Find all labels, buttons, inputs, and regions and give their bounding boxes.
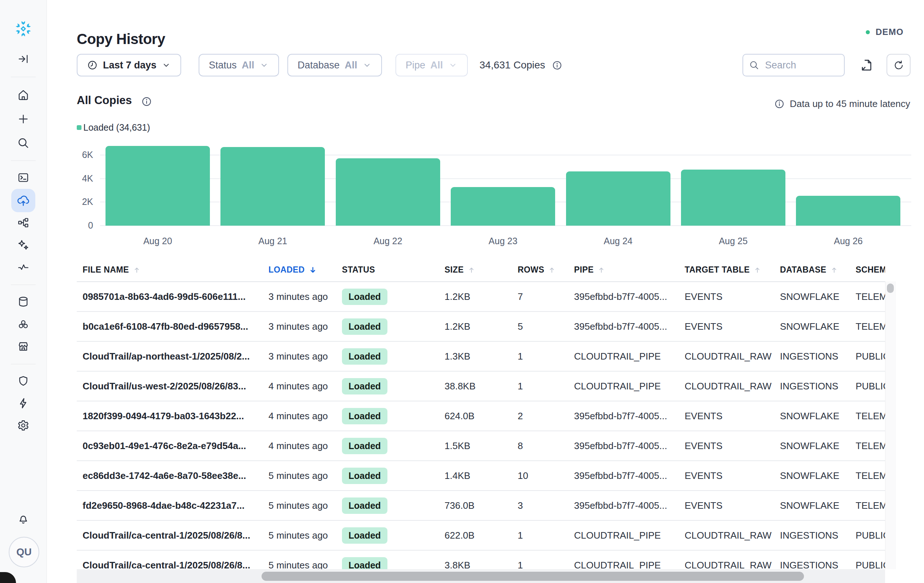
cell-status: Loaded — [342, 319, 444, 335]
vertical-scrollbar-track — [885, 281, 896, 569]
sort-arrow-up-icon — [597, 266, 606, 274]
table-row[interactable]: CloudTrail/ap-northeast-1/2025/08/2...3 … — [77, 342, 885, 372]
cell-target-table: CLOUDTRAIL_RAW — [685, 381, 780, 392]
column-header-pipe[interactable]: PIPE — [574, 265, 685, 275]
copy-history-table: FILE NAMELOADEDSTATUSSIZEROWSPIPETARGET … — [77, 258, 885, 583]
cell-target-table: EVENTS — [685, 470, 780, 481]
cell-schema: PUBLIC — [856, 530, 885, 541]
cell-target-table: EVENTS — [685, 440, 780, 452]
cell-status: Loaded — [342, 467, 444, 484]
cell-status: Loaded — [342, 348, 444, 365]
sort-arrow-up-icon — [830, 266, 838, 274]
cell-file-name: fd2e9650-8968-4dae-b48c-42231a7... — [77, 500, 269, 511]
table-row[interactable]: b0ca1e6f-6108-47fb-80ed-d9657958...3 min… — [77, 312, 885, 342]
cell-schema: TELEMETR — [856, 321, 885, 332]
sidebar-item-governance[interactable] — [13, 371, 33, 391]
column-header-database[interactable]: DATABASE — [780, 265, 856, 275]
cell-loaded: 5 minutes ago — [269, 530, 342, 541]
column-header-label: STATUS — [342, 265, 375, 275]
column-header-label: PIPE — [574, 265, 594, 275]
cell-status: Loaded — [342, 289, 444, 305]
column-header-file-name[interactable]: FILE NAME — [77, 265, 269, 275]
status-badge: Loaded — [342, 467, 388, 484]
cell-status: Loaded — [342, 438, 444, 454]
cell-rows: 5 — [518, 321, 574, 332]
cell-file-name: 0c93eb01-49e1-476c-8e2a-e79d54a... — [77, 440, 269, 452]
shield-icon — [17, 375, 30, 387]
cell-size: 622.0B — [444, 530, 518, 541]
cell-database: INGESTIONS — [780, 351, 856, 362]
bell-icon — [17, 513, 30, 525]
status-badge: Loaded — [342, 319, 388, 335]
cell-schema: PUBLIC — [856, 381, 885, 392]
cell-database: SNOWFLAKE — [780, 500, 856, 511]
cell-schema: TELEMETR — [856, 440, 885, 452]
table-row[interactable]: 0c93eb01-49e1-476c-8e2a-e79d54a...4 minu… — [77, 431, 885, 461]
cell-database: SNOWFLAKE — [780, 470, 856, 481]
cell-loaded: 5 minutes ago — [269, 470, 342, 481]
sidebar-item-activity[interactable] — [13, 257, 33, 277]
status-badge: Loaded — [342, 527, 388, 544]
sort-arrow-up-icon — [133, 266, 141, 274]
table-row[interactable]: fd2e9650-8968-4dae-b48c-42231a7...5 minu… — [77, 491, 885, 521]
column-header-label: TARGET TABLE — [685, 265, 750, 275]
cell-file-name: 1820f399-0494-4179-ba03-1643b22... — [77, 411, 269, 422]
x-axis-tick-label: Aug 25 — [701, 236, 766, 246]
cell-status: Loaded — [342, 527, 444, 544]
bar-aug-24[interactable] — [566, 172, 670, 226]
table-row[interactable]: 0985701a-8b63-4ad6-99d5-606e111...3 minu… — [77, 282, 885, 312]
horizontal-scrollbar-track — [77, 569, 885, 583]
notifications-button[interactable] — [13, 509, 33, 529]
status-badge: Loaded — [342, 289, 388, 305]
cell-file-name: ec86dd3e-1742-4a6e-8a70-58ee38e... — [77, 470, 269, 481]
cell-rows: 8 — [518, 440, 574, 452]
column-header-label: FILE NAME — [82, 265, 129, 275]
cell-pipe: 395efbbd-b7f7-4005... — [574, 321, 685, 332]
sort-arrow-up-icon — [753, 266, 761, 274]
cell-database: SNOWFLAKE — [780, 291, 856, 302]
table-row[interactable]: CloudTrail/us-west-2/2025/08/26/83...4 m… — [77, 372, 885, 401]
x-axis-tick-label: Aug 20 — [125, 236, 191, 246]
cell-size: 38.8KB — [444, 381, 518, 392]
sidebar-item-collaboration[interactable] — [13, 314, 33, 334]
x-axis-tick-label: Aug 26 — [815, 236, 881, 246]
cell-status: Loaded — [342, 408, 444, 424]
table-row[interactable]: 1820f399-0494-4179-ba03-1643b22...4 minu… — [77, 401, 885, 431]
cell-size: 1.2KB — [444, 321, 518, 332]
sidebar-item-automation[interactable] — [13, 393, 33, 413]
cell-database: SNOWFLAKE — [780, 321, 856, 332]
cell-rows: 10 — [518, 470, 574, 481]
sidebar-item-data[interactable] — [13, 292, 33, 312]
cell-pipe: 395efbbd-b7f7-4005... — [574, 411, 685, 422]
cell-target-table: CLOUDTRAIL_RAW — [685, 351, 780, 362]
bar-aug-23[interactable] — [451, 187, 555, 226]
cell-loaded: 4 minutes ago — [269, 411, 342, 422]
avatar-initials: QU — [16, 546, 31, 558]
bar-aug-20[interactable] — [106, 146, 210, 226]
cell-file-name: CloudTrail/ap-northeast-1/2025/08/2... — [77, 351, 269, 362]
column-header-label: LOADED — [269, 265, 305, 275]
vertical-scrollbar-thumb[interactable] — [887, 284, 894, 293]
column-header-size[interactable]: SIZE — [444, 265, 518, 275]
table-row[interactable]: CloudTrail/ca-central-1/2025/08/26/8...5… — [77, 521, 885, 551]
cell-target-table: CLOUDTRAIL_RAW — [685, 530, 780, 541]
status-badge: Loaded — [342, 438, 388, 454]
user-avatar[interactable]: QU — [9, 537, 39, 567]
table-row[interactable]: ec86dd3e-1742-4a6e-8a70-58ee38e...5 minu… — [77, 461, 885, 491]
sidebar-item-admin[interactable] — [13, 415, 33, 436]
column-header-rows[interactable]: ROWS — [518, 265, 574, 275]
cell-size: 1.2KB — [444, 291, 518, 302]
bar-aug-22[interactable] — [336, 158, 440, 226]
column-header-status[interactable]: STATUS — [342, 265, 444, 275]
x-axis-tick-label: Aug 23 — [470, 236, 536, 246]
cell-database: INGESTIONS — [780, 381, 856, 392]
column-header-schema[interactable]: SCHEMA — [856, 265, 885, 275]
bar-aug-25[interactable] — [681, 170, 785, 226]
bar-aug-21[interactable] — [221, 147, 325, 226]
horizontal-scrollbar-thumb[interactable] — [262, 572, 804, 581]
sidebar-item-marketplace[interactable] — [13, 336, 33, 357]
bar-aug-26[interactable] — [796, 196, 900, 226]
column-header-target-table[interactable]: TARGET TABLE — [685, 265, 780, 275]
column-header-loaded[interactable]: LOADED — [269, 265, 342, 275]
cell-pipe: 395efbbd-b7f7-4005... — [574, 291, 685, 302]
